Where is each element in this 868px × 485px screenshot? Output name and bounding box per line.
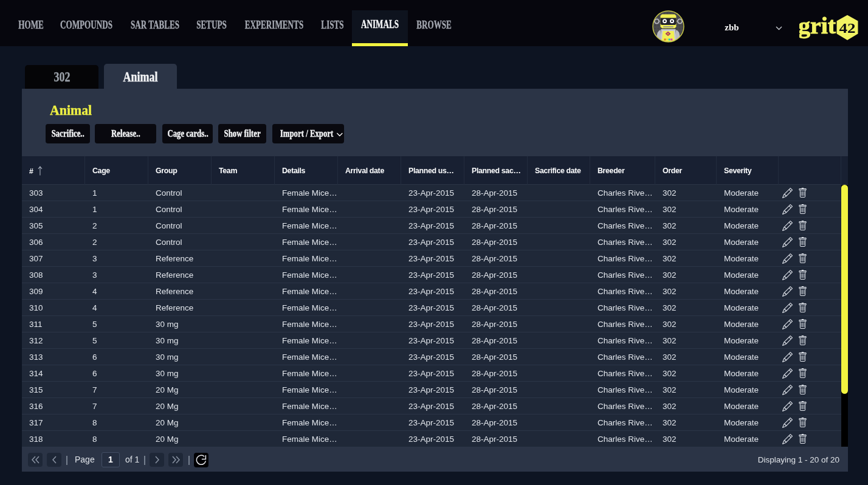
svg-text:42: 42	[839, 21, 856, 36]
svg-text:grit: grit	[799, 15, 836, 38]
